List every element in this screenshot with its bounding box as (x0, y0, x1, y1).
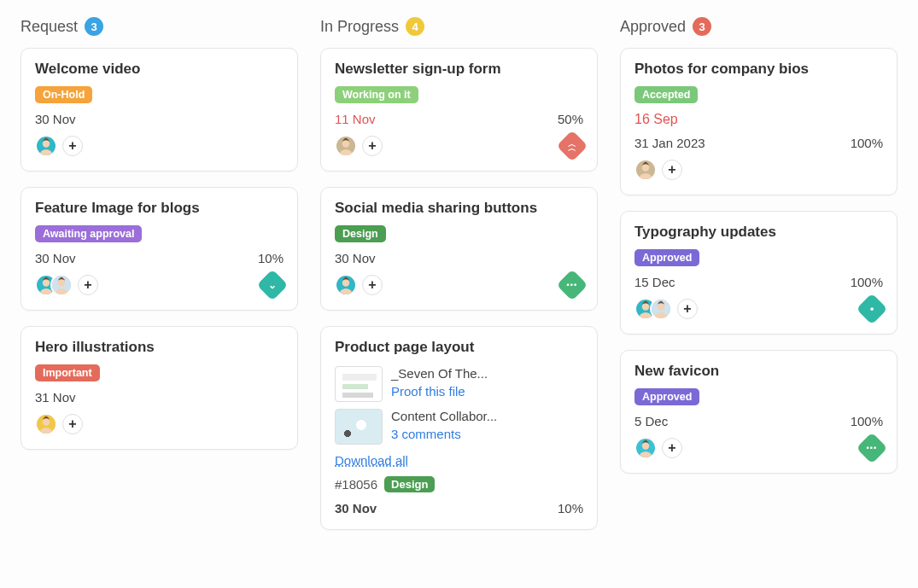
task-card[interactable]: Hero illustrations Important 31 Nov + (20, 326, 298, 450)
task-title: Newsletter sign-up form (335, 61, 583, 78)
priority-icon[interactable]: ••• (857, 433, 888, 464)
task-assignees: + (634, 159, 682, 181)
avatar[interactable] (634, 159, 657, 181)
task-date: 30 Nov (335, 251, 376, 265)
priority-icon[interactable]: ••• (557, 270, 588, 301)
task-title: Photos for company bios (634, 61, 883, 78)
task-progress: 100% (851, 414, 883, 428)
column-header: Approved 3 (620, 17, 898, 36)
task-progress: 10% (258, 251, 284, 265)
status-tag: On-Hold (35, 86, 92, 103)
column-in-progress: In Progress 4 Newsletter sign-up form Wo… (320, 17, 598, 545)
status-tag: Approved (634, 388, 699, 405)
add-assignee-button[interactable]: + (362, 136, 383, 156)
download-all-link[interactable]: Download all (335, 453, 408, 468)
task-assignees: + (335, 274, 383, 296)
column-header: Request 3 (20, 17, 298, 36)
task-card[interactable]: New favicon Approved 5 Dec 100% + ••• (620, 350, 898, 474)
add-assignee-button[interactable]: + (662, 438, 682, 458)
attachment-thumbnail (335, 409, 383, 445)
column-count-badge: 3 (85, 17, 103, 36)
status-tag: Design (384, 476, 435, 492)
add-assignee-button[interactable]: + (62, 136, 83, 156)
task-assignees: + (335, 135, 383, 157)
column-title: Approved (620, 18, 686, 36)
attachment-row[interactable]: _Seven Of The... Proof this file (335, 366, 583, 402)
attachment-thumbnail (335, 366, 383, 402)
task-card[interactable]: Product page layout _Seven Of The... Pro… (320, 326, 598, 530)
task-title: New favicon (634, 363, 883, 380)
avatar[interactable] (335, 274, 357, 296)
task-progress: 100% (851, 275, 883, 289)
task-date-overdue: 16 Sep (634, 112, 883, 127)
task-progress: 100% (851, 136, 883, 150)
avatar[interactable] (35, 413, 57, 435)
task-title: Social media sharing buttons (335, 200, 583, 217)
status-tag: Awaiting approval (35, 225, 142, 242)
column-approved: Approved 3 Photos for company bios Accep… (620, 17, 898, 545)
avatar[interactable] (35, 135, 57, 157)
task-card[interactable]: Feature Image for blogs Awaiting approva… (20, 187, 298, 311)
attachment-row[interactable]: Content Collabor... 3 comments (335, 409, 583, 445)
task-attachments: _Seven Of The... Proof this file Content… (335, 366, 583, 445)
attachment-action-link[interactable]: Proof this file (391, 384, 488, 399)
avatar[interactable] (335, 135, 357, 157)
column-title: In Progress (320, 18, 399, 36)
attachment-action-link[interactable]: 3 comments (391, 427, 497, 441)
status-tag: Design (335, 225, 386, 242)
avatar[interactable] (50, 274, 73, 296)
column-header: In Progress 4 (320, 17, 598, 36)
column-count-badge: 4 (406, 17, 424, 36)
status-tag: Working on it (335, 86, 418, 103)
add-assignee-button[interactable]: + (662, 160, 682, 180)
priority-icon[interactable]: ︿︿ (557, 131, 588, 162)
status-tag: Approved (634, 249, 699, 266)
column-count-badge: 3 (693, 17, 711, 36)
task-title: Typography updates (634, 224, 883, 241)
add-assignee-button[interactable]: + (62, 414, 83, 434)
task-title: Welcome video (35, 61, 284, 78)
task-date: 11 Nov (335, 112, 376, 126)
kanban-board: Request 3 Welcome video On-Hold 30 Nov +… (20, 17, 898, 545)
task-progress: 50% (558, 112, 583, 126)
task-card[interactable]: Social media sharing buttons Design 30 N… (320, 187, 598, 311)
task-card[interactable]: Typography updates Approved 15 Dec 100% … (620, 211, 898, 335)
task-title: Feature Image for blogs (35, 200, 284, 217)
add-assignee-button[interactable]: + (362, 275, 383, 295)
task-title: Hero illustrations (35, 339, 284, 356)
task-date: 30 Nov (335, 501, 377, 515)
task-card[interactable]: Newsletter sign-up form Working on it 11… (320, 48, 598, 172)
column-request: Request 3 Welcome video On-Hold 30 Nov +… (20, 17, 298, 545)
attachment-name: _Seven Of The... (391, 366, 488, 381)
avatar[interactable] (634, 437, 657, 459)
task-progress: 10% (558, 501, 583, 515)
task-date: 31 Nov (35, 390, 76, 405)
task-date: 5 Dec (634, 414, 668, 428)
task-assignees: + (634, 437, 682, 459)
column-title: Request (20, 18, 78, 36)
task-card[interactable]: Welcome video On-Hold 30 Nov + (20, 48, 298, 172)
priority-icon[interactable]: ⌄ (257, 270, 289, 301)
task-assignees: + (35, 274, 98, 296)
add-assignee-button[interactable]: + (677, 299, 698, 319)
task-assignees: + (35, 135, 83, 157)
task-assignees: + (35, 413, 83, 435)
add-assignee-button[interactable]: + (78, 275, 98, 295)
task-id: #18056 (335, 477, 377, 492)
status-tag: Important (35, 364, 100, 381)
task-date: 31 Jan 2023 (634, 136, 705, 150)
task-card[interactable]: Photos for company bios Accepted 16 Sep … (620, 48, 898, 195)
priority-icon[interactable]: • (857, 294, 888, 325)
task-title: Product page layout (335, 339, 583, 356)
task-date: 15 Dec (634, 275, 675, 289)
status-tag: Accepted (634, 86, 698, 103)
attachment-name: Content Collabor... (391, 409, 497, 423)
task-assignees: + (634, 298, 698, 320)
task-date: 30 Nov (35, 112, 76, 126)
task-date: 30 Nov (35, 251, 76, 265)
avatar[interactable] (650, 298, 672, 320)
